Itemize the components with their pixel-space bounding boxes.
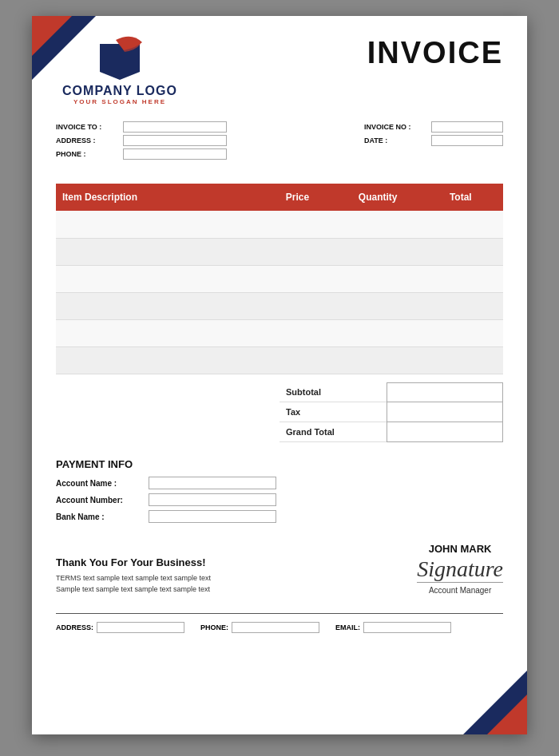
account-name-label: Account Name :: [56, 479, 144, 488]
invoice-title: INVOICE: [367, 36, 503, 70]
grand-total-row: Grand Total: [280, 422, 503, 442]
signature-image: Signature: [417, 558, 503, 580]
grand-total-value[interactable]: [387, 422, 502, 442]
date-row: DATE :: [364, 135, 503, 146]
table-row: [56, 346, 503, 374]
table-row: [56, 211, 503, 238]
col-header-price: Price: [257, 184, 338, 211]
thank-you-text: Thank You For Your Business!: [56, 556, 211, 568]
thank-you-area: Thank You For Your Business! TERMS text …: [56, 556, 211, 595]
signer-name: JOHN MARK: [417, 543, 503, 555]
table-row: [56, 319, 503, 346]
footer-phone-field: PHONE:: [200, 622, 319, 633]
invoice-info-section: INVOICE TO : ADDRESS : PHONE : INVOICE N…: [32, 117, 527, 172]
tax-row: Tax: [280, 402, 503, 422]
footer-email-label: EMAIL:: [335, 623, 360, 631]
footer-email-field: EMAIL:: [335, 622, 451, 633]
totals-table: Subtotal Tax Grand Total: [280, 382, 503, 443]
account-number-input[interactable]: [149, 493, 276, 506]
invoice-no-input[interactable]: [431, 121, 503, 133]
invoice-to-label: INVOICE TO :: [56, 123, 120, 131]
tax-value[interactable]: [387, 402, 502, 422]
footer-bar: ADDRESS: PHONE: EMAIL:: [32, 618, 527, 645]
col-header-total: Total: [418, 184, 503, 211]
corner-decoration-bottom-right: [463, 671, 527, 734]
col-header-description: Item Description: [56, 184, 257, 211]
subtotal-row: Subtotal: [280, 382, 503, 402]
bank-name-row: Bank Name :: [56, 510, 503, 523]
account-number-label: Account Number:: [56, 496, 144, 505]
totals-section: Subtotal Tax Grand Total: [32, 382, 527, 443]
footer-address-label: ADDRESS:: [56, 623, 93, 631]
footer-divider: [56, 613, 503, 614]
footer-address-field: ADDRESS:: [56, 622, 184, 633]
invoice-to-input[interactable]: [123, 121, 227, 133]
footer-phone-label: PHONE:: [200, 623, 228, 631]
invoice-page: ✏️ Designers Joint COMPANY LOGO YOUR SLO…: [32, 16, 527, 734]
table-row: [56, 238, 503, 265]
table-header-row: Item Description Price Quantity Total: [56, 184, 503, 211]
table-section: Item Description Price Quantity Total: [32, 172, 527, 382]
company-logo-icon: [96, 36, 144, 80]
payment-title: PAYMENT INFO: [56, 458, 503, 470]
date-input[interactable]: [431, 135, 503, 146]
footer-phone-input[interactable]: [232, 622, 319, 633]
bottom-section: Thank You For Your Business! TERMS text …: [32, 535, 527, 607]
company-name: COMPANY LOGO: [62, 84, 177, 98]
phone-input[interactable]: [123, 148, 227, 160]
table-row: [56, 265, 503, 292]
bank-name-input[interactable]: [149, 510, 276, 523]
invoice-info-left: INVOICE TO : ADDRESS : PHONE :: [56, 121, 227, 160]
payment-section: PAYMENT INFO Account Name : Account Numb…: [32, 442, 527, 535]
invoice-info-right: INVOICE NO : DATE :: [364, 121, 503, 160]
account-number-row: Account Number:: [56, 493, 503, 506]
tax-label: Tax: [280, 402, 387, 422]
grand-total-label: Grand Total: [280, 422, 387, 442]
invoice-no-row: INVOICE NO :: [364, 121, 503, 133]
phone-label: PHONE :: [56, 150, 120, 158]
bank-name-label: Bank Name :: [56, 513, 144, 521]
signer-title: Account Manager: [417, 582, 503, 595]
footer-address-input[interactable]: [97, 622, 184, 633]
signature-area: JOHN MARK Signature Account Manager: [417, 543, 503, 595]
table-row: [56, 292, 503, 319]
invoice-table: Item Description Price Quantity Total: [56, 184, 503, 374]
terms-line2: Sample text sample text sample text samp…: [56, 584, 211, 596]
invoice-to-row: INVOICE TO :: [56, 121, 227, 133]
date-label: DATE :: [364, 137, 428, 144]
svg-marker-0: [100, 44, 140, 80]
invoice-no-label: INVOICE NO :: [364, 123, 428, 131]
terms-line1: TERMS text sample text sample text sampl…: [56, 573, 211, 584]
company-slogan: YOUR SLOGAN HERE: [73, 98, 166, 105]
address-input[interactable]: [123, 135, 227, 146]
account-name-input[interactable]: [149, 477, 276, 489]
subtotal-label: Subtotal: [280, 382, 387, 402]
address-row: ADDRESS :: [56, 135, 227, 146]
subtotal-value[interactable]: [387, 382, 502, 402]
address-label: ADDRESS :: [56, 137, 120, 144]
col-header-quantity: Quantity: [338, 184, 418, 211]
footer-email-input[interactable]: [363, 622, 451, 633]
account-name-row: Account Name :: [56, 477, 503, 489]
logo-area: COMPANY LOGO YOUR SLOGAN HERE: [56, 36, 184, 105]
header-section: COMPANY LOGO YOUR SLOGAN HERE INVOICE: [32, 16, 527, 117]
phone-row: PHONE :: [56, 148, 227, 160]
